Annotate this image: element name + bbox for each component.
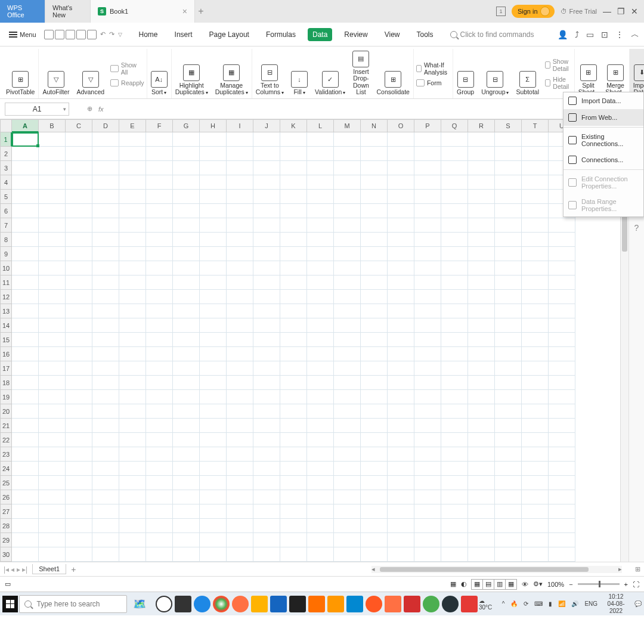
row-header[interactable]: 3 <box>0 161 12 175</box>
cell[interactable] <box>388 290 414 304</box>
cell[interactable] <box>39 233 66 247</box>
cell[interactable] <box>361 147 388 161</box>
cell[interactable] <box>468 175 495 190</box>
cell[interactable] <box>173 132 200 147</box>
cell[interactable] <box>12 318 39 333</box>
cell[interactable] <box>388 161 414 175</box>
cell[interactable] <box>388 233 414 247</box>
cell[interactable] <box>200 533 227 547</box>
cell[interactable] <box>334 218 361 233</box>
cell[interactable] <box>12 490 39 504</box>
consolidate-button[interactable]: ⊞Consolidate <box>373 49 413 98</box>
qat-save-icon[interactable] <box>55 30 64 39</box>
cell[interactable] <box>92 447 119 462</box>
cell[interactable] <box>92 290 119 304</box>
dd-from-web[interactable]: From Web... <box>564 109 643 126</box>
cell[interactable] <box>361 504 388 519</box>
cell[interactable] <box>66 519 92 533</box>
cell[interactable] <box>146 476 173 490</box>
cell[interactable] <box>361 304 388 318</box>
cell[interactable] <box>227 404 253 419</box>
cell[interactable] <box>280 547 307 562</box>
cell[interactable] <box>92 390 119 404</box>
cell[interactable] <box>12 304 39 318</box>
cell[interactable] <box>468 347 495 361</box>
import-data-button[interactable]: ⬇Import Data <box>630 49 644 98</box>
cell[interactable] <box>253 390 280 404</box>
cell[interactable] <box>227 318 253 333</box>
cell[interactable] <box>227 547 253 562</box>
cell[interactable] <box>200 147 227 161</box>
sign-in-button[interactable]: Sign in <box>512 5 555 18</box>
cell[interactable] <box>253 261 280 275</box>
cell[interactable] <box>549 275 575 290</box>
cell[interactable] <box>227 376 253 390</box>
cell[interactable] <box>307 376 334 390</box>
cell[interactable] <box>39 533 66 547</box>
cell[interactable] <box>334 175 361 190</box>
cell[interactable] <box>92 175 119 190</box>
cell[interactable] <box>307 318 334 333</box>
cell[interactable] <box>66 333 92 347</box>
cell[interactable] <box>334 533 361 547</box>
tray-flame-icon[interactable]: 🔥 <box>510 600 518 607</box>
cell[interactable] <box>441 304 468 318</box>
cell[interactable] <box>334 304 361 318</box>
cell[interactable] <box>307 333 334 347</box>
cell[interactable] <box>253 433 280 447</box>
cell[interactable] <box>495 490 522 504</box>
cell[interactable] <box>549 519 575 533</box>
ribbon-tab-tools[interactable]: Tools <box>411 28 438 41</box>
cell[interactable] <box>39 275 66 290</box>
cell[interactable] <box>334 447 361 462</box>
cell[interactable] <box>388 175 414 190</box>
cell[interactable] <box>200 304 227 318</box>
clock[interactable]: 10:1204-08-2022 <box>603 593 628 615</box>
cell[interactable] <box>334 390 361 404</box>
cell[interactable] <box>334 247 361 261</box>
cell[interactable] <box>146 132 173 147</box>
cell[interactable] <box>146 318 173 333</box>
zoom-out-button[interactable]: − <box>569 581 572 588</box>
cell[interactable] <box>280 376 307 390</box>
cell[interactable] <box>495 204 522 218</box>
cell[interactable] <box>468 519 495 533</box>
cell[interactable] <box>146 462 173 476</box>
cell[interactable] <box>361 190 388 204</box>
cell[interactable] <box>173 233 200 247</box>
cell[interactable] <box>361 376 388 390</box>
cell[interactable] <box>12 347 39 361</box>
cell[interactable] <box>441 275 468 290</box>
cell[interactable] <box>119 175 146 190</box>
cell[interactable] <box>200 261 227 275</box>
free-trial-button[interactable]: ⏱ Free Trial <box>561 8 597 15</box>
row-header[interactable]: 18 <box>0 376 12 390</box>
app-xampp-icon[interactable] <box>385 596 401 612</box>
cell[interactable] <box>414 347 441 361</box>
cell[interactable] <box>414 275 441 290</box>
cell[interactable] <box>361 447 388 462</box>
cell[interactable] <box>280 132 307 147</box>
cell[interactable] <box>253 533 280 547</box>
cell[interactable] <box>441 533 468 547</box>
eye-icon[interactable]: 👁 <box>522 581 528 588</box>
show-detail-button[interactable]: Show Detail <box>545 58 572 72</box>
cell[interactable] <box>200 404 227 419</box>
col-header[interactable]: O <box>388 119 414 132</box>
app-virtualbox-icon[interactable] <box>461 596 478 612</box>
cell[interactable] <box>66 347 92 361</box>
tray-battery-icon[interactable]: ▮ <box>549 600 552 607</box>
app-edge-icon[interactable] <box>194 596 210 612</box>
cell[interactable] <box>495 462 522 476</box>
cell[interactable] <box>388 147 414 161</box>
cell[interactable] <box>414 147 441 161</box>
cell[interactable] <box>549 404 575 419</box>
cell[interactable] <box>253 175 280 190</box>
maximize-button[interactable]: ❐ <box>617 7 625 16</box>
cell[interactable] <box>39 390 66 404</box>
cell[interactable] <box>280 261 307 275</box>
split-sheet-button[interactable]: ⊞Split Sheet <box>575 49 602 98</box>
cell[interactable] <box>468 204 495 218</box>
view-mode-buttons[interactable]: ▦▤▥▦ <box>472 579 517 590</box>
cell[interactable] <box>334 490 361 504</box>
